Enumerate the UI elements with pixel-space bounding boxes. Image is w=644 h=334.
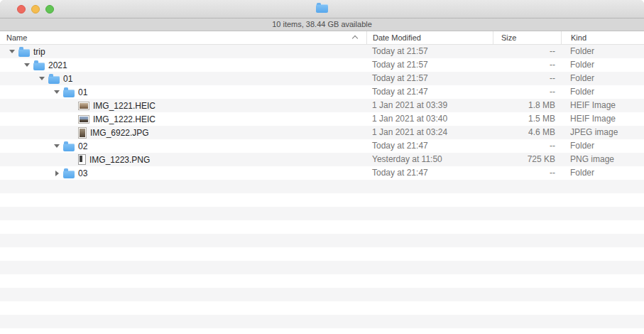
status-bar: 10 items, 38.44 GB available (0, 18, 644, 31)
name-cell: IMG_1223.PNG (0, 153, 366, 166)
disclosure-triangle[interactable] (36, 77, 48, 80)
file-name: 2021 (48, 60, 67, 70)
date-modified-cell: Today at 21:47 (366, 139, 493, 153)
kind-cell: Folder (561, 45, 644, 58)
name-cell: 03 (0, 166, 366, 180)
name-cell: IMG_1221.HEIC (0, 99, 366, 112)
file-name: IMG_1223.PNG (89, 155, 150, 165)
column-header-row: Name Date Modified Size Kind (0, 31, 644, 45)
kind-cell: JPEG image (561, 126, 644, 139)
folder-icon (48, 76, 60, 84)
file-list[interactable]: tripToday at 21:57--Folder2021Today at 2… (0, 45, 644, 334)
disclosure-triangle[interactable] (50, 171, 63, 176)
disclosure-triangle[interactable] (50, 90, 63, 94)
date-modified-cell: Yesterday at 11:50 (366, 153, 493, 166)
kind-cell: PNG image (561, 153, 644, 166)
file-name: trip (33, 47, 45, 57)
file-name: IMG_6922.JPG (90, 128, 149, 138)
name-cell: 2021 (0, 58, 366, 72)
date-modified-cell: Today at 21:57 (366, 45, 493, 58)
size-cell: -- (493, 166, 561, 180)
file-name: IMG_1222.HEIC (93, 114, 155, 124)
size-cell: 1.5 MB (493, 112, 561, 126)
folder-proxy-icon[interactable] (316, 4, 328, 13)
table-row[interactable]: 2021Today at 21:57--Folder (0, 58, 644, 72)
date-modified-cell: Today at 21:57 (366, 58, 493, 72)
table-row[interactable]: IMG_1223.PNGYesterday at 11:50725 KBPNG … (0, 153, 644, 166)
status-text: 10 items, 38.44 GB available (272, 20, 372, 28)
column-header-kind[interactable]: Kind (561, 31, 644, 44)
date-modified-cell: Today at 21:47 (366, 166, 493, 180)
triangle-right-icon (55, 171, 59, 176)
name-cell: IMG_6922.JPG (0, 126, 366, 139)
name-cell: 01 (0, 85, 366, 99)
disclosure-triangle[interactable] (6, 50, 18, 53)
png-thumbnail-page (78, 154, 86, 165)
table-row[interactable]: IMG_1221.HEIC1 Jan 2021 at 03:391.8 MBHE… (0, 99, 644, 112)
folder-icon (33, 63, 45, 70)
size-cell: -- (493, 72, 561, 85)
name-cell: trip (0, 45, 366, 58)
file-name: 02 (78, 141, 87, 151)
file-name: 01 (63, 74, 72, 84)
triangle-down-icon (24, 63, 30, 67)
disclosure-triangle[interactable] (50, 144, 63, 148)
size-cell: -- (493, 58, 561, 72)
table-row[interactable]: 01Today at 21:47--Folder (0, 85, 644, 99)
photo-thumbnail-tan (78, 102, 89, 110)
finder-window: 10 items, 38.44 GB available Name Date M… (0, 0, 644, 334)
kind-cell: Folder (561, 139, 644, 153)
size-cell: -- (493, 45, 561, 58)
folder-icon (18, 49, 30, 57)
size-cell: 1.8 MB (493, 99, 561, 112)
name-cell: IMG_1222.HEIC (0, 112, 366, 126)
date-modified-cell: 1 Jan 2021 at 03:39 (366, 99, 493, 112)
size-cell: -- (493, 139, 561, 153)
kind-cell: Folder (561, 85, 644, 99)
table-row[interactable]: 02Today at 21:47--Folder (0, 139, 644, 153)
date-modified-cell: Today at 21:47 (366, 85, 493, 99)
column-header-date-modified[interactable]: Date Modified (366, 31, 493, 44)
date-modified-cell: Today at 21:57 (366, 72, 493, 85)
kind-cell: Folder (561, 166, 644, 180)
date-modified-cell: 1 Jan 2021 at 03:24 (366, 126, 493, 139)
size-cell: 4.6 MB (493, 126, 561, 139)
column-header-name[interactable]: Name (0, 31, 366, 44)
column-header-size[interactable]: Size (493, 31, 561, 44)
table-row[interactable]: tripToday at 21:57--Folder (0, 45, 644, 58)
title-bar[interactable] (0, 0, 644, 18)
window-proxy[interactable] (0, 4, 644, 13)
photo-thumbnail-portrait (78, 127, 87, 139)
folder-icon (63, 171, 75, 178)
size-cell: -- (493, 85, 561, 99)
folder-icon (63, 90, 75, 97)
kind-cell: HEIF Image (561, 99, 644, 112)
table-row[interactable]: 01Today at 21:57--Folder (0, 72, 644, 85)
table-row[interactable]: IMG_6922.JPG1 Jan 2021 at 03:244.6 MBJPE… (0, 126, 644, 139)
file-name: 03 (78, 168, 87, 178)
sort-ascending-icon (352, 36, 358, 41)
size-cell: 725 KB (493, 153, 561, 166)
triangle-down-icon (39, 77, 45, 80)
photo-thumbnail-blue (78, 115, 89, 124)
kind-cell: Folder (561, 72, 644, 85)
name-cell: 02 (0, 139, 366, 153)
table-row[interactable]: 03Today at 21:47--Folder (0, 166, 644, 180)
name-cell: 01 (0, 72, 366, 85)
file-name: 01 (78, 87, 87, 97)
disclosure-triangle[interactable] (21, 63, 33, 67)
triangle-down-icon (9, 50, 15, 53)
table-row[interactable]: IMG_1222.HEIC1 Jan 2021 at 03:401.5 MBHE… (0, 112, 644, 126)
kind-cell: Folder (561, 58, 644, 72)
date-modified-cell: 1 Jan 2021 at 03:40 (366, 112, 493, 126)
kind-cell: HEIF Image (561, 112, 644, 126)
folder-icon (63, 144, 75, 151)
triangle-down-icon (54, 144, 60, 148)
triangle-down-icon (54, 90, 60, 94)
file-name: IMG_1221.HEIC (93, 101, 155, 111)
